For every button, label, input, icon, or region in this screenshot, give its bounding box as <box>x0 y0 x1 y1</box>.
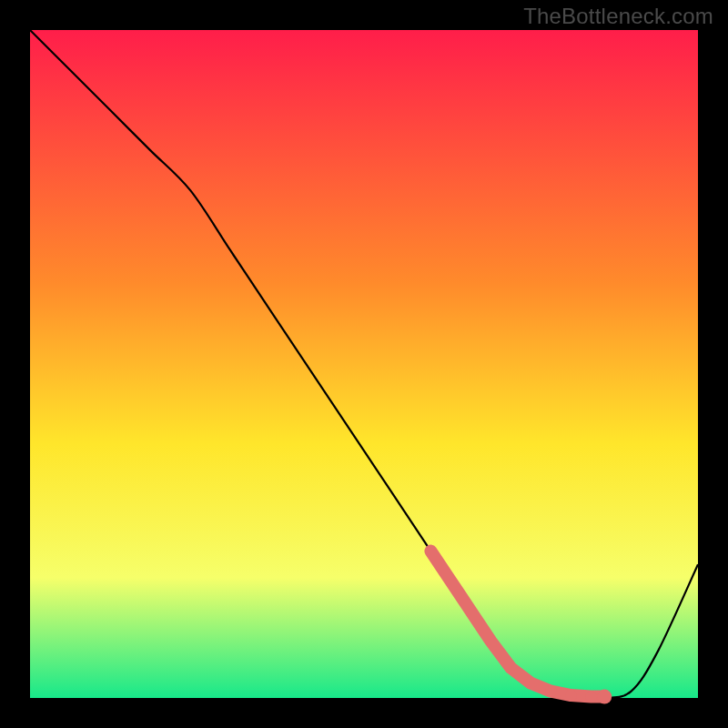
bottleneck-chart <box>0 0 728 728</box>
watermark-text: TheBottleneck.com <box>523 4 713 29</box>
highlight-dot <box>565 690 577 702</box>
chart-stage: { "watermark": "TheBottleneck.com", "col… <box>0 0 728 728</box>
highlight-dot <box>585 691 597 703</box>
highlight-dot <box>597 690 612 704</box>
highlight-dot <box>545 685 557 697</box>
